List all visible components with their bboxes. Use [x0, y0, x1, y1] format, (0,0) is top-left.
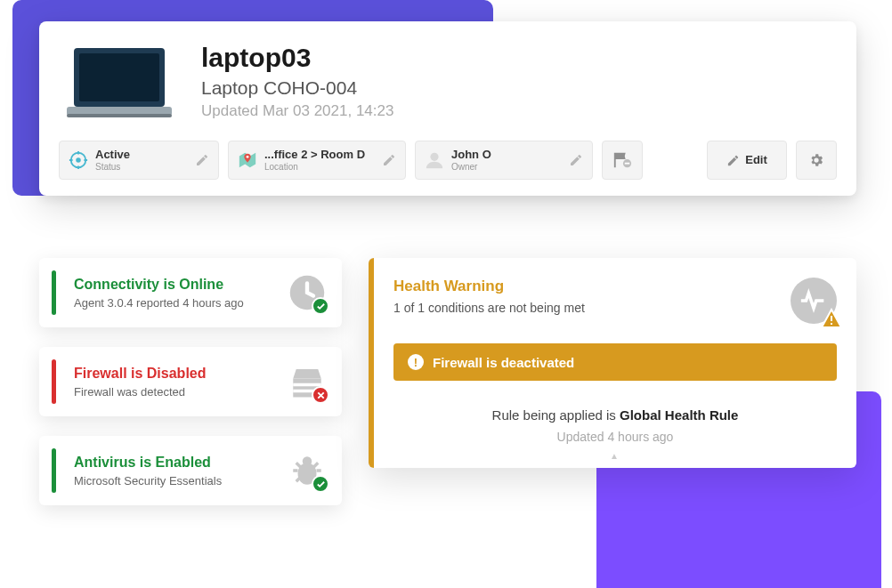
- gear-icon: [808, 152, 824, 168]
- svg-rect-1: [79, 53, 159, 101]
- svg-point-7: [430, 153, 438, 161]
- check-badge-icon: [312, 297, 329, 315]
- firewall-title: Firewall is Disabled: [74, 366, 207, 382]
- health-rule: Rule being applied is Global Health Rule: [393, 407, 837, 423]
- firewall-sub: Firewall was detected: [74, 385, 207, 399]
- target-icon: [69, 150, 88, 170]
- health-alert[interactable]: ! Firewall is deactivated: [393, 343, 837, 381]
- expand-caret-icon[interactable]: ▲: [393, 451, 837, 461]
- flag-button[interactable]: [602, 141, 643, 180]
- edit-icon[interactable]: [195, 153, 209, 167]
- antivirus-title: Antivirus is Enabled: [74, 455, 222, 471]
- check-badge-icon: [312, 475, 329, 493]
- settings-button[interactable]: [796, 141, 837, 180]
- svg-rect-15: [831, 316, 832, 321]
- owner-label: Owner: [451, 162, 491, 172]
- heartbeat-icon: [791, 278, 837, 324]
- health-updated: Updated 4 hours ago: [393, 430, 837, 444]
- device-label: Laptop COHO-004: [201, 77, 393, 99]
- health-title: Health Warning: [393, 278, 585, 295]
- firewall-card[interactable]: Firewall is Disabled Firewall was detect…: [39, 347, 342, 416]
- connectivity-title: Connectivity is Online: [74, 277, 244, 293]
- edit-button-label: Edit: [745, 154, 767, 166]
- location-label: Location: [264, 162, 365, 172]
- svg-point-5: [76, 157, 81, 163]
- antivirus-sub: Microsoft Security Essentials: [74, 474, 222, 487]
- firewall-icon: [288, 363, 326, 400]
- map-pin-icon: [238, 150, 257, 170]
- device-name: laptop03: [201, 43, 393, 72]
- location-value: ...ffice 2 > Room D: [264, 149, 365, 161]
- edit-icon[interactable]: [382, 153, 396, 167]
- connectivity-card[interactable]: Connectivity is Online Agent 3.0.4 repor…: [39, 258, 342, 327]
- svg-rect-9: [625, 163, 630, 165]
- device-summary-card: laptop03 Laptop COHO-004 Updated Mar 03 …: [39, 21, 856, 196]
- flag-icon: [612, 150, 632, 170]
- status-label: Status: [95, 162, 130, 172]
- laptop-icon: [59, 43, 180, 123]
- status-value: Active: [95, 149, 130, 161]
- device-info-row: Active Status ...ffice 2 > Room D Locati…: [59, 141, 837, 180]
- status-field[interactable]: Active Status: [59, 141, 219, 180]
- health-alert-text: Firewall is deactivated: [433, 355, 574, 370]
- status-stripe: [52, 359, 56, 404]
- owner-field[interactable]: John O Owner: [415, 141, 593, 180]
- clock-icon: [288, 274, 326, 311]
- svg-point-14: [303, 456, 312, 466]
- health-warning-panel: Health Warning 1 of 1 conditions are not…: [369, 258, 856, 468]
- edit-icon[interactable]: [569, 153, 583, 167]
- svg-rect-3: [67, 114, 172, 117]
- svg-rect-16: [831, 323, 832, 325]
- error-badge-icon: [312, 386, 329, 404]
- device-updated: Updated Mar 03 2021, 14:23: [201, 102, 393, 120]
- owner-value: John O: [451, 149, 491, 161]
- warning-badge-icon: [821, 308, 842, 329]
- status-stripe: [52, 448, 56, 493]
- antivirus-card[interactable]: Antivirus is Enabled Microsoft Security …: [39, 436, 342, 505]
- bug-icon: [288, 452, 326, 489]
- health-subtitle: 1 of 1 conditions are not being met: [393, 301, 585, 315]
- svg-point-6: [247, 156, 249, 158]
- connectivity-sub: Agent 3.0.4 reported 4 hours ago: [74, 296, 244, 310]
- person-icon: [425, 150, 444, 170]
- status-stripe: [52, 270, 56, 315]
- location-field[interactable]: ...ffice 2 > Room D Location: [228, 141, 406, 180]
- edit-button[interactable]: Edit: [707, 141, 787, 180]
- exclamation-icon: !: [408, 354, 424, 370]
- edit-icon: [726, 154, 740, 167]
